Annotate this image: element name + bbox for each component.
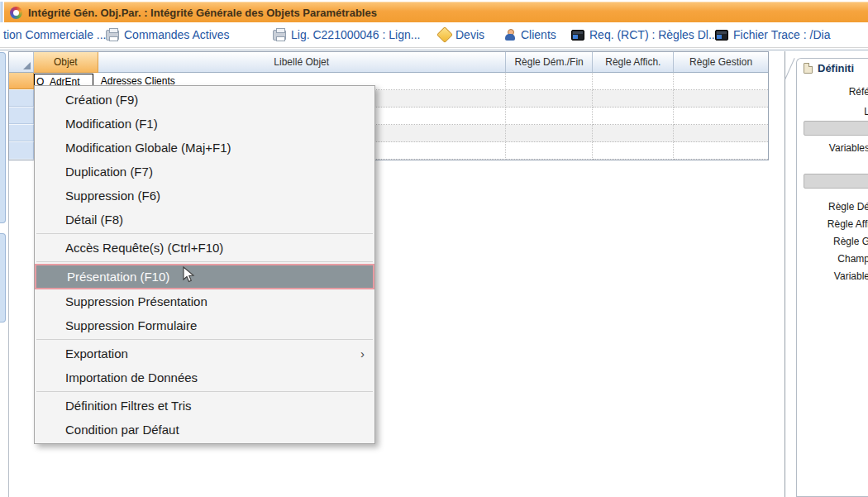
row-header[interactable] (9, 108, 34, 125)
menu-item-detail[interactable]: Détail (F8) (35, 208, 374, 232)
panel-label-regle-affich: Règle Affi (704, 218, 868, 230)
panel-tab-definition[interactable]: Définiti (804, 62, 854, 74)
toolbar-item-label: Devis (455, 28, 484, 41)
cell-regle-affich[interactable] (593, 90, 674, 108)
cell-regle-affich[interactable] (593, 108, 674, 125)
printer-icon (106, 30, 119, 41)
devis-icon (436, 26, 453, 43)
panel-label-regle-gestion: Règle G (704, 236, 868, 247)
toolbar-item-commandes-actives[interactable]: Commandes Actives (106, 22, 230, 47)
menu-item-exportation[interactable]: Exportation › (35, 342, 374, 366)
column-header-regle-gestion[interactable]: Règle Gestion (674, 52, 768, 73)
toolbar-item-label: tion Commerciale ... (3, 28, 106, 41)
toolbar-item-label: Lig. C221000046 : Lign... (291, 28, 420, 41)
menu-item-definition-filtres-tris[interactable]: Définition Filtres et Tris (35, 394, 374, 418)
corner-triangle-icon (23, 62, 31, 69)
toolbar-item-requete[interactable]: Req. (RCT) : Règles Dl... (571, 22, 718, 47)
menu-item-importation-donnees[interactable]: Importation de Données (35, 366, 374, 389)
panel-label-variable: Variable (704, 270, 868, 282)
open-windows-toolbar: tion Commerciale ... Commandes Actives L… (0, 22, 868, 47)
cell-regle-dem[interactable] (506, 90, 594, 108)
cell-regle-affich[interactable] (593, 73, 674, 90)
menu-item-creation[interactable]: Création (F9) (35, 88, 374, 112)
menu-separator (36, 233, 373, 234)
person-icon (504, 29, 516, 41)
docked-tab-strip[interactable] (0, 233, 6, 323)
window-titlebar: Intégrité Gén. Obj.Par. : Intégrité Géné… (4, 2, 868, 22)
cell-regle-gestion[interactable] (674, 125, 768, 142)
row-header[interactable] (9, 125, 34, 142)
panel-label-regle-dem: Règle Dé (704, 201, 868, 213)
panel-field-bar[interactable] (804, 121, 868, 136)
console-icon (571, 30, 584, 41)
panel-label-libelle: L (704, 106, 868, 117)
menu-separator (36, 339, 373, 340)
menu-item-suppression[interactable]: Suppression (F6) (35, 184, 374, 208)
toolbar-item-gestion-commerciale[interactable]: tion Commerciale ... (3, 22, 106, 47)
submenu-arrow-icon: › (360, 342, 365, 366)
column-header-regle-dem-fin[interactable]: Règle Dém./Fin (506, 52, 594, 73)
menu-item-modification[interactable]: Modification (F1) (35, 112, 374, 136)
printer-icon (273, 30, 286, 41)
toolbar-item-clients[interactable]: Clients (504, 22, 556, 47)
mouse-cursor (181, 266, 198, 284)
grid-header-row: Objet Libellé Objet Règle Dém./Fin Règle… (9, 52, 768, 73)
menu-separator (36, 391, 373, 392)
menu-item-label: Exportation (65, 346, 128, 361)
panel-field-bar[interactable] (804, 174, 868, 189)
menu-item-duplication[interactable]: Duplication (F7) (35, 160, 374, 184)
app-icon (10, 7, 22, 19)
cell-regle-dem[interactable] (506, 108, 594, 125)
column-header-libelle-objet[interactable]: Libellé Objet (98, 52, 506, 73)
column-header-regle-affich[interactable]: Règle Affich. (593, 52, 674, 73)
menu-item-modification-globale[interactable]: Modification Globale (Maj+F1) (35, 136, 374, 160)
menu-item-condition-par-defaut[interactable]: Condition par Défaut (35, 418, 374, 442)
cell-regle-dem[interactable] (506, 125, 594, 142)
panel-label-champ: Champ (704, 253, 868, 265)
panel-label-reference: Réfé (704, 86, 868, 98)
toolbar-item-label: Clients (521, 28, 556, 41)
divider (0, 47, 868, 48)
menu-item-acces-requetes[interactable]: Accès Requête(s) (Ctrl+F10) (35, 236, 374, 260)
context-menu: Création (F9) Modification (F1) Modifica… (34, 85, 375, 444)
toolbar-item-fichier-trace[interactable]: Fichier Trace : /Dia (715, 22, 830, 47)
menu-item-suppression-presentation[interactable]: Suppression Présentation (35, 289, 374, 313)
note-icon (804, 63, 813, 74)
toolbar-item-label: Fichier Trace : /Dia (733, 28, 830, 41)
panel-label-variables: Variables (704, 142, 868, 154)
window-title: Intégrité Gén. Obj.Par. : Intégrité Géné… (28, 7, 377, 19)
toolbar-item-devis[interactable]: Devis (439, 22, 484, 47)
menu-separator (36, 261, 373, 262)
panel-tab-title: Définiti (818, 62, 854, 74)
menu-item-presentation-highlighted[interactable]: Présentation (F10) (35, 264, 374, 289)
cell-regle-dem[interactable] (506, 73, 594, 90)
docked-tab-strip[interactable] (0, 52, 6, 223)
cell-regle-affich[interactable] (593, 125, 674, 142)
column-header-objet[interactable]: Objet (34, 52, 98, 73)
menu-item-suppression-formulaire[interactable]: Suppression Formulaire (35, 313, 374, 337)
toolbar-item-ligne-commande[interactable]: Lig. C221000046 : Lign... (273, 22, 420, 47)
toolbar-item-label: Req. (RCT) : Règles Dl... (589, 28, 718, 41)
cell-regle-affich[interactable] (593, 142, 674, 160)
cell-regle-dem[interactable] (506, 142, 594, 160)
grid-corner-select-all[interactable] (9, 52, 34, 73)
row-header[interactable] (9, 90, 34, 108)
divider (0, 50, 868, 50)
console-icon (715, 30, 728, 41)
row-header-selected[interactable] (9, 73, 34, 90)
toolbar-item-label: Commandes Actives (124, 28, 230, 41)
panel-tab-slant (785, 58, 794, 79)
row-header[interactable] (9, 142, 34, 160)
